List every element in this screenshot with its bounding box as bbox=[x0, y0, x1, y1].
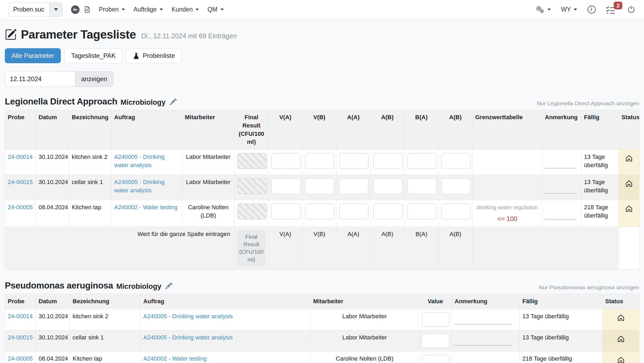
input-ba[interactable] bbox=[407, 153, 437, 169]
auftrag-link[interactable]: A240002 - Water testing bbox=[114, 204, 177, 211]
home-icon[interactable] bbox=[617, 335, 625, 343]
faellig-cell: 13 Tage überfällig bbox=[581, 175, 619, 200]
apply-column-vb[interactable]: V(B) bbox=[302, 227, 336, 270]
dashboard-icon[interactable] bbox=[71, 5, 80, 14]
input-va[interactable] bbox=[271, 203, 301, 219]
probe-link[interactable]: 24-00005 bbox=[8, 204, 33, 211]
datum-cell: 08.04.2024 bbox=[36, 351, 70, 363]
final-result-input-disabled bbox=[237, 153, 267, 169]
auftrag-link[interactable]: A240005 - Drinking water analysis bbox=[143, 334, 233, 341]
menu-qm[interactable]: QM bbox=[207, 6, 224, 13]
history-clock-icon[interactable] bbox=[587, 5, 596, 14]
grenzwert-name: drinking water regulation bbox=[475, 203, 539, 211]
chevron-down-icon bbox=[160, 9, 163, 10]
input-aa[interactable] bbox=[339, 178, 369, 194]
input-va[interactable] bbox=[271, 178, 301, 194]
input-ab[interactable] bbox=[373, 203, 403, 219]
status-cell bbox=[619, 200, 639, 227]
anmerkung-field[interactable] bbox=[545, 186, 576, 194]
task-list-icon[interactable]: 2 bbox=[606, 5, 615, 14]
input-vb[interactable] bbox=[305, 203, 335, 219]
apply-column-aa[interactable]: A(A) bbox=[336, 227, 370, 270]
anmerkung-field[interactable] bbox=[455, 316, 512, 324]
table-row: 24-00014 30.10.2024 kitchen sink 2 A2400… bbox=[5, 309, 639, 330]
home-icon[interactable] bbox=[625, 154, 633, 162]
status-cell bbox=[602, 351, 639, 363]
mitarbeiter-cell: Labor Mitarbeiter bbox=[182, 175, 235, 200]
pencil-icon[interactable] bbox=[165, 282, 173, 290]
input-ba[interactable] bbox=[407, 203, 437, 219]
auftrag-link[interactable]: A240005 - Drinking water analysis bbox=[143, 313, 233, 320]
search-dropdown-button[interactable] bbox=[49, 2, 63, 17]
all-parameters-button[interactable]: Alle Parameter bbox=[5, 48, 61, 63]
input-ab2[interactable] bbox=[441, 203, 471, 219]
section1-title: Legionella Direct Approach bbox=[5, 96, 117, 107]
anmerkung-field[interactable] bbox=[545, 212, 576, 220]
input-vb[interactable] bbox=[305, 178, 335, 194]
probe-link[interactable]: 24-00014 bbox=[8, 154, 33, 160]
bezeichnung-cell: Kitchen tap bbox=[70, 351, 141, 363]
legionella-table: Probe Datum Bezeichnung Auftrag Mitarbei… bbox=[5, 110, 639, 270]
input-vb[interactable] bbox=[305, 153, 335, 169]
anmerkung-field[interactable] bbox=[545, 160, 576, 169]
apply-column-ab2[interactable]: A(B) bbox=[439, 227, 473, 270]
input-ab2[interactable] bbox=[441, 153, 471, 169]
probe-link[interactable]: 24-00005 bbox=[8, 355, 33, 362]
document-icon[interactable] bbox=[84, 5, 91, 14]
value-input[interactable] bbox=[422, 334, 450, 348]
value-input[interactable] bbox=[422, 355, 450, 363]
probe-link[interactable]: 24-00014 bbox=[8, 313, 33, 320]
input-ab[interactable] bbox=[373, 153, 403, 169]
user-menu[interactable]: WY bbox=[561, 6, 578, 13]
table-row: 24-00015 30.10.2024 cellar sink 1 A24000… bbox=[5, 175, 639, 200]
auftrag-link[interactable]: A240005 - Drinking water analysis bbox=[114, 154, 164, 169]
anmerkung-field[interactable] bbox=[455, 338, 512, 346]
chevron-down-icon bbox=[122, 9, 125, 10]
faellig-cell: 13 Tage überfällig bbox=[520, 330, 602, 351]
faellig-cell: 13 Tage überfällig bbox=[520, 309, 602, 330]
input-aa[interactable] bbox=[339, 203, 369, 219]
final-result-input-disabled bbox=[237, 178, 267, 194]
auftrag-link[interactable]: A240005 - Drinking water analysis bbox=[114, 179, 164, 194]
value-input[interactable] bbox=[422, 312, 450, 327]
home-icon[interactable] bbox=[617, 314, 625, 322]
search-input[interactable] bbox=[9, 2, 49, 17]
settings-menu[interactable] bbox=[535, 5, 551, 14]
bezeichnung-cell: cellar sink 1 bbox=[70, 330, 141, 351]
menu-proben[interactable]: Proben bbox=[99, 6, 125, 13]
show-button[interactable]: anzeigen bbox=[75, 71, 113, 87]
datum-cell: 30.10.2024 bbox=[36, 175, 69, 200]
filter-legionella-link[interactable]: Nur Legionella Direct Approach anzeigen bbox=[537, 100, 639, 107]
auftrag-link[interactable]: A240002 - Water testing bbox=[143, 355, 207, 362]
tagesliste-pak-button[interactable]: Tagesliste_PAK bbox=[65, 48, 122, 63]
gears-icon bbox=[535, 5, 545, 14]
mitarbeiter-cell: Labor Mitarbeiter bbox=[310, 330, 419, 351]
table-row: 24-00005 08.04.2024 Kitchen tap A240002 … bbox=[5, 351, 639, 363]
menu-auftraege[interactable]: Aufträge bbox=[133, 6, 163, 13]
date-input[interactable] bbox=[5, 71, 75, 87]
probenliste-button[interactable]: Probenliste bbox=[126, 48, 182, 63]
datum-cell: 30.10.2024 bbox=[36, 330, 70, 351]
filter-pseudomonas-link[interactable]: Nur Pseudomonas aeruginosa anzeigen bbox=[539, 284, 639, 291]
input-ab2[interactable] bbox=[441, 178, 471, 194]
probe-link[interactable]: 24-00015 bbox=[8, 334, 33, 341]
bezeichnung-cell: Kitchen tap bbox=[69, 200, 111, 227]
menu-kunden[interactable]: Kunden bbox=[171, 6, 199, 13]
anmerkung-field[interactable] bbox=[455, 359, 512, 363]
home-icon[interactable] bbox=[625, 205, 633, 213]
apply-column-ba[interactable]: B(A) bbox=[405, 227, 439, 270]
bezeichnung-cell: kitchen sink 2 bbox=[70, 309, 141, 330]
home-icon[interactable] bbox=[617, 356, 625, 363]
datum-cell: 08.04.2024 bbox=[36, 200, 69, 227]
probe-link[interactable]: 24-00015 bbox=[8, 179, 33, 185]
faellig-cell: 218 Tage überfällig bbox=[520, 351, 602, 363]
input-aa[interactable] bbox=[339, 153, 369, 169]
input-va[interactable] bbox=[271, 153, 301, 169]
input-ba[interactable] bbox=[407, 178, 437, 194]
pencil-icon[interactable] bbox=[169, 98, 177, 106]
apply-column-va[interactable]: V(A) bbox=[268, 227, 302, 270]
home-icon[interactable] bbox=[625, 179, 633, 188]
logout-power-icon[interactable] bbox=[627, 5, 635, 14]
apply-column-ab[interactable]: A(B) bbox=[370, 227, 405, 270]
input-ab[interactable] bbox=[373, 178, 403, 194]
